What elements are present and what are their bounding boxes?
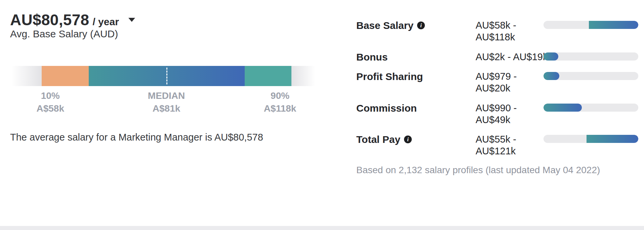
row-range: AU$979 - AU$20k <box>476 71 517 94</box>
chevron-down-icon <box>128 18 135 22</box>
salary-headline: AU$80,578 / year <box>10 11 137 29</box>
row-range: AU$990 - AU$49k <box>476 102 517 126</box>
range-line: AU$118k <box>476 31 516 43</box>
percentile-label-10: 10% A$58k <box>36 91 64 114</box>
range-line: AU$121k <box>476 145 516 157</box>
row-label-text: Base Salary <box>356 20 413 31</box>
profiles-footnote: Based on 2,132 salary profiles (last upd… <box>356 165 600 176</box>
range-line: AU$55k - <box>476 133 516 145</box>
row-label-text: Commission <box>356 102 417 114</box>
salary-summary-sentence: The average salary for a Marketing Manag… <box>10 132 263 143</box>
range-fill <box>544 104 582 112</box>
range-line: AU$990 - <box>476 102 517 114</box>
info-icon[interactable]: i <box>417 22 425 29</box>
range-track <box>544 104 638 112</box>
salary-period: / year <box>92 16 119 28</box>
row-label: Base Salary i <box>356 20 425 31</box>
row-label: Total Pay i <box>356 133 412 145</box>
row-label-text: Profit Sharing <box>356 71 423 82</box>
row-label: Bonus <box>356 51 388 63</box>
percentile-name: 90% <box>264 91 296 101</box>
row-range: AU$2k - AU$19k <box>476 51 548 63</box>
range-line: AU$20k <box>476 82 517 94</box>
salary-summary-card: AU$80,578 / year Avg. Base Salary (AUD) … <box>0 0 644 230</box>
percentile-labels: 10% A$58k MEDIAN A$81k 90% A$118k <box>11 91 315 118</box>
percentile-name: 10% <box>36 91 64 101</box>
range-line: AU$2k - AU$19k <box>476 51 548 63</box>
row-label: Commission <box>356 102 417 114</box>
info-icon[interactable]: i <box>404 136 412 143</box>
range-track <box>544 135 638 143</box>
bar-fade-out-segment <box>291 66 315 86</box>
row-label-text: Bonus <box>356 51 388 63</box>
range-fill <box>544 52 558 61</box>
percentile-name: MEDIAN <box>148 91 185 101</box>
median-dashed-line <box>166 68 167 84</box>
range-track <box>544 21 638 29</box>
salary-period-dropdown[interactable] <box>126 16 137 24</box>
bar-p10-p25-segment <box>42 66 88 86</box>
row-range: AU$58k - AU$118k <box>476 20 516 43</box>
range-fill <box>587 135 638 143</box>
percentile-label-median: MEDIAN A$81k <box>148 91 185 114</box>
range-track <box>544 72 638 80</box>
range-fill <box>544 72 559 80</box>
range-line: AU$49k <box>476 114 517 126</box>
range-line: AU$58k - <box>476 20 516 31</box>
bar-p75-p90-segment <box>245 66 291 86</box>
percentile-value: A$118k <box>264 104 296 114</box>
salary-distribution-bar <box>11 66 315 86</box>
percentile-label-90: 90% A$118k <box>264 91 296 114</box>
percentile-value: A$81k <box>148 104 185 114</box>
bar-fade-in-segment <box>11 66 42 86</box>
row-range: AU$55k - AU$121k <box>476 133 516 157</box>
range-track <box>544 52 638 61</box>
salary-subtitle: Avg. Base Salary (AUD) <box>10 28 118 40</box>
range-line: AU$979 - <box>476 71 517 82</box>
salary-amount: AU$80,578 <box>10 11 89 29</box>
row-label-text: Total Pay <box>356 133 400 145</box>
range-fill <box>589 21 638 29</box>
row-label: Profit Sharing <box>356 71 423 82</box>
percentile-value: A$58k <box>36 104 64 114</box>
page-background-strip <box>0 226 644 230</box>
